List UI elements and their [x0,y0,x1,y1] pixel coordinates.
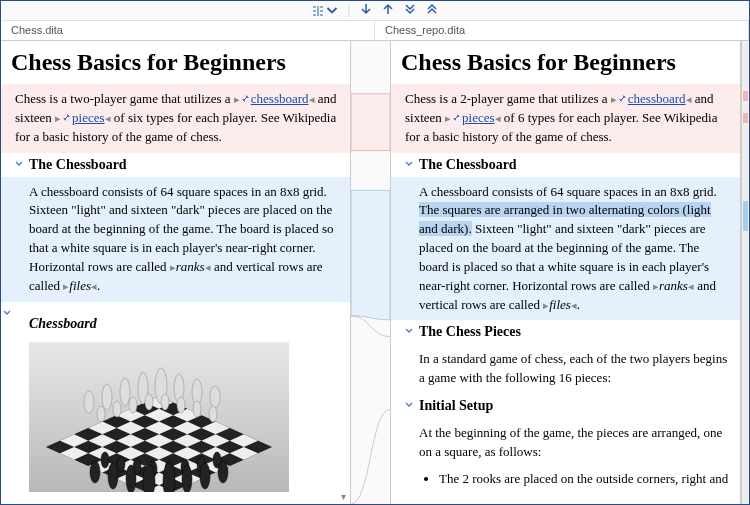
chevron-down-icon[interactable] [405,401,413,409]
text: . [577,297,580,312]
heading-text: The Chess Pieces [419,324,521,339]
xref-element[interactable]: ▸pieces◂ [55,110,110,125]
svg-point-49 [209,406,217,422]
svg-point-46 [161,394,169,410]
setup-list: The 2 rooks are placed on the outside co… [391,468,740,495]
svg-point-43 [113,401,121,417]
prev-diff-button[interactable] [382,3,394,19]
link-icon [618,94,627,103]
intro-paragraph: Chess is a two-player game that utilizes… [1,84,350,153]
link-icon [62,113,71,122]
chessboard-paragraph: A chessboard consists of 64 square space… [391,177,740,321]
file-tabs: Chess.dita Chess_repo.dita [1,21,749,41]
last-diff-button[interactable] [404,3,416,19]
text: A chessboard consists of 64 square space… [419,184,717,199]
diff-word: two-player [70,91,126,106]
setup-paragraph: At the beginning of the game, the pieces… [391,418,740,468]
doc-title: Chess Basics for Beginners [1,41,350,84]
heading-text: The Chessboard [419,157,517,172]
overview-ruler[interactable] [741,41,749,504]
chevron-down-icon[interactable] [405,327,413,335]
next-diff-button[interactable] [360,3,372,19]
term: files [69,278,91,293]
algorithm-icon [312,5,324,17]
svg-point-65 [218,461,228,483]
text: Chess is a [15,91,70,106]
link-icon [452,113,461,122]
svg-point-48 [193,401,201,417]
figure-block: Chessboard [1,302,350,504]
double-arrow-up-icon [426,3,438,15]
link-text: pieces [462,110,494,125]
left-file-tab[interactable]: Chess.dita [1,21,375,40]
text: game that utilizes a [127,91,234,106]
diff-panes: Chess Basics for Beginners Chess is a tw… [1,41,749,504]
left-pane[interactable]: Chess Basics for Beginners Chess is a tw… [1,41,351,504]
link-text: pieces [72,110,104,125]
algorithm-button[interactable] [312,5,338,17]
svg-point-42 [97,406,105,422]
svg-point-45 [145,394,153,410]
diff-word: six [128,110,143,125]
right-pane[interactable]: Chess Basics for Beginners Chess is a 2-… [391,41,741,504]
arrow-down-icon [360,3,372,15]
svg-point-61 [143,464,155,492]
chevron-down-icon[interactable] [15,160,23,168]
svg-point-35 [102,384,112,410]
chessboard-image [29,342,289,492]
diff-word: 2-player [460,91,503,106]
text: game that utilizes a [504,91,611,106]
double-arrow-down-icon [404,3,416,15]
list-item: The 2 rooks are placed on the outside co… [439,470,730,488]
section-setup-title: Initial Setup [391,394,740,418]
chevron-down-icon[interactable] [3,309,11,317]
section-chessboard-title: The Chessboard [1,153,350,177]
svg-point-36 [120,378,130,406]
svg-point-51 [117,456,125,472]
diff-marker[interactable] [743,201,748,231]
svg-point-34 [84,391,94,413]
heading-text: The Chessboard [29,157,127,172]
svg-point-50 [101,452,109,468]
separator: | [348,3,350,18]
connector-lines [351,41,390,504]
pieces-paragraph: In a standard game of chess, each of the… [391,344,740,394]
link-text: chessboard [628,91,686,106]
heading-text: Initial Setup [419,398,493,413]
svg-point-63 [182,465,192,492]
xref-element[interactable]: ▸chessboard◂ [611,91,692,106]
intro-paragraph: Chess is a 2-player game that utilizes a… [391,84,740,153]
link-text: chessboard [251,91,309,106]
scroll-down-icon[interactable]: ▾ [336,491,350,502]
diff-connector-gutter [351,41,391,504]
svg-point-64 [200,463,210,489]
diff-toolbar: | [1,1,749,21]
svg-point-44 [129,397,137,413]
first-diff-button[interactable] [426,3,438,19]
doc-title: Chess Basics for Beginners [391,41,740,84]
svg-point-59 [108,463,118,489]
text: of [111,110,128,125]
svg-point-47 [177,397,185,413]
section-pieces-title: The Chess Pieces [391,320,740,344]
diff-marker[interactable] [743,91,748,101]
term: files [549,297,571,312]
svg-point-58 [90,461,100,483]
dropdown-icon [326,5,338,17]
figure-title: Chessboard [1,310,350,338]
text: Chess is a [405,91,460,106]
chessboard-paragraph: A chessboard consists of 64 square space… [1,177,350,302]
diff-marker[interactable] [743,113,748,123]
xref-element[interactable]: ▸chessboard◂ [234,91,315,106]
term: ranks [659,278,688,293]
chevron-down-icon[interactable] [405,160,413,168]
link-icon [241,94,250,103]
diff-window: | Chess.dita Chess_repo.dita Chess Basic… [0,0,750,505]
right-file-tab[interactable]: Chess_repo.dita [375,21,749,40]
xref-element[interactable]: ▸pieces◂ [445,110,500,125]
arrow-up-icon [382,3,394,15]
term: ranks [176,259,205,274]
svg-point-41 [210,386,220,408]
text: . [97,278,100,293]
figure-container [1,302,350,310]
